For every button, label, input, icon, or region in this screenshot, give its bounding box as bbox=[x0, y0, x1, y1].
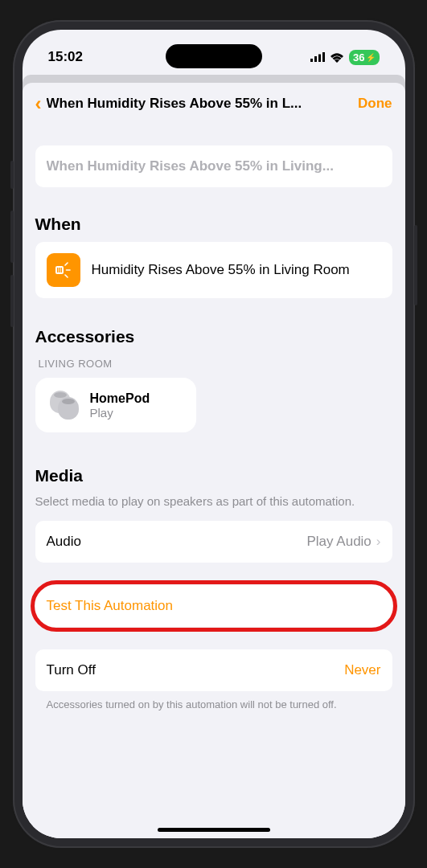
home-indicator[interactable] bbox=[158, 828, 270, 832]
media-section-title: Media bbox=[35, 466, 392, 485]
turn-off-note: Accessories turned on by this automation… bbox=[35, 691, 392, 719]
accessory-name: HomePod bbox=[90, 391, 150, 406]
page-title: When Humidity Rises Above 55% in L... bbox=[47, 96, 354, 112]
media-description: Select media to play on speakers as part… bbox=[35, 493, 392, 510]
wifi-icon bbox=[330, 52, 344, 63]
turn-off-row[interactable]: Turn Off Never bbox=[35, 649, 392, 691]
svg-rect-7 bbox=[60, 268, 61, 272]
accessories-section-title: Accessories bbox=[35, 327, 392, 346]
when-condition-text: Humidity Rises Above 55% in Living Room bbox=[92, 261, 350, 280]
svg-rect-0 bbox=[310, 59, 313, 62]
turn-off-value: Never bbox=[344, 662, 380, 678]
humidity-sensor-icon bbox=[47, 253, 80, 287]
turn-off-label: Turn Off bbox=[47, 662, 96, 678]
automation-name-input[interactable]: When Humidity Rises Above 55% in Living.… bbox=[35, 145, 392, 187]
done-button[interactable]: Done bbox=[358, 96, 392, 112]
notch bbox=[166, 44, 262, 68]
cellular-signal-icon bbox=[310, 52, 325, 62]
svg-rect-5 bbox=[57, 268, 58, 272]
when-section-title: When bbox=[35, 215, 392, 234]
back-button[interactable]: ‹ bbox=[35, 94, 42, 113]
test-automation-button[interactable]: Test This Automation bbox=[35, 585, 392, 627]
svg-line-8 bbox=[65, 263, 68, 265]
accessory-action: Play bbox=[90, 406, 150, 420]
svg-rect-3 bbox=[322, 52, 325, 62]
room-group-label: LIVING ROOM bbox=[39, 358, 392, 370]
audio-value: Play Audio › bbox=[306, 534, 380, 550]
chevron-right-icon: › bbox=[376, 534, 381, 550]
battery-icon: 36⚡ bbox=[349, 50, 379, 65]
accessory-tile-homepod[interactable]: HomePod Play bbox=[35, 378, 196, 432]
status-time: 15:02 bbox=[48, 49, 83, 65]
svg-rect-2 bbox=[318, 55, 321, 63]
when-condition-row[interactable]: Humidity Rises Above 55% in Living Room bbox=[35, 242, 392, 298]
audio-row[interactable]: Audio Play Audio › bbox=[35, 521, 392, 563]
svg-rect-6 bbox=[59, 268, 60, 272]
homepod-icon bbox=[48, 391, 80, 420]
audio-label: Audio bbox=[47, 534, 81, 550]
svg-rect-1 bbox=[314, 56, 317, 62]
svg-line-10 bbox=[65, 275, 68, 277]
